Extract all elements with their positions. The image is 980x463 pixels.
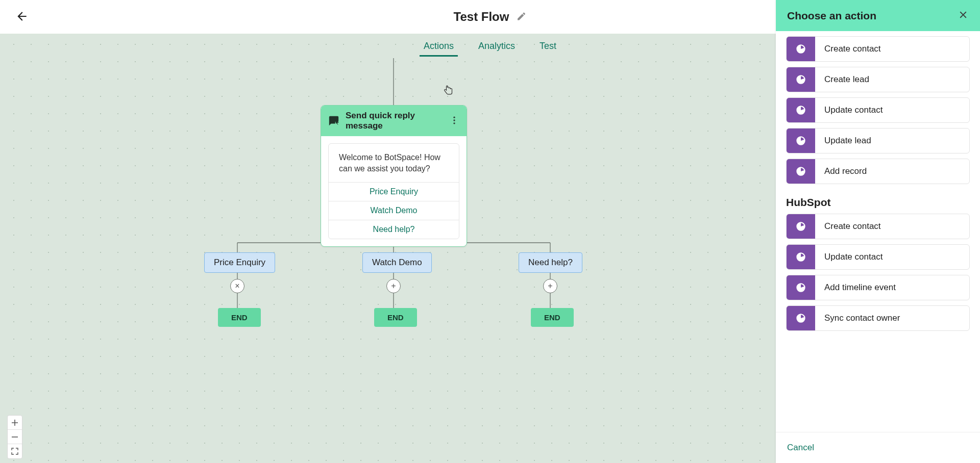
action-update-lead[interactable]: Update lead bbox=[786, 128, 970, 153]
preview-option-help[interactable]: Need help? bbox=[329, 220, 459, 239]
action-label: Create contact bbox=[815, 214, 969, 239]
zoom-out-button[interactable] bbox=[8, 430, 22, 444]
pencil-icon bbox=[516, 11, 526, 21]
action-update-contact[interactable]: Update contact bbox=[786, 97, 970, 123]
gauge-icon bbox=[794, 134, 807, 147]
action-hubspot-create-contact[interactable]: Create contact bbox=[786, 214, 970, 239]
gauge-icon bbox=[794, 281, 807, 294]
kebab-menu-icon bbox=[449, 115, 459, 125]
zoom-in-button[interactable] bbox=[8, 416, 22, 430]
node-title: Send quick reply message bbox=[346, 111, 443, 131]
quick-reply-icon bbox=[328, 115, 339, 126]
action-label: Create lead bbox=[815, 67, 969, 92]
tab-actions[interactable]: Actions bbox=[424, 41, 454, 56]
tab-test[interactable]: Test bbox=[540, 41, 556, 56]
gauge-icon bbox=[794, 165, 807, 178]
panel-scroll-area[interactable]: Create contact Create lead Update contac… bbox=[776, 31, 980, 432]
preview-option-demo[interactable]: Watch Demo bbox=[329, 201, 459, 220]
gauge-icon bbox=[794, 250, 807, 264]
branch-chip-demo[interactable]: Watch Demo bbox=[362, 252, 432, 273]
branch-add-button-demo[interactable]: + bbox=[386, 279, 401, 293]
panel-header: Choose an action bbox=[776, 0, 980, 31]
node-body: Welcome to BotSpace! How can we assist y… bbox=[321, 136, 467, 246]
arrow-left-icon bbox=[15, 10, 29, 23]
node-header: Send quick reply message bbox=[321, 106, 467, 136]
canvas-tabs: Actions Analytics Test bbox=[424, 41, 556, 56]
minus-icon bbox=[11, 433, 18, 441]
back-button[interactable] bbox=[12, 7, 32, 28]
action-label: Create contact bbox=[815, 37, 969, 61]
cancel-button[interactable]: Cancel bbox=[787, 443, 814, 452]
action-create-contact[interactable]: Create contact bbox=[786, 36, 970, 62]
preview-message-text: Welcome to BotSpace! How can we assist y… bbox=[329, 144, 459, 183]
gauge-icon bbox=[794, 73, 807, 86]
svg-point-12 bbox=[453, 116, 455, 118]
end-node-price[interactable]: END bbox=[218, 308, 261, 327]
branch-chip-help[interactable]: Need help? bbox=[519, 252, 582, 273]
close-icon bbox=[958, 9, 969, 20]
tab-analytics[interactable]: Analytics bbox=[478, 41, 515, 56]
gauge-icon bbox=[794, 220, 807, 233]
node-menu-button[interactable] bbox=[449, 115, 459, 127]
gauge-icon bbox=[794, 104, 807, 117]
action-picker-panel: Choose an action Create contact Create l… bbox=[776, 0, 980, 463]
action-create-lead[interactable]: Create lead bbox=[786, 67, 970, 92]
action-label: Update contact bbox=[815, 98, 969, 122]
zoom-fit-button[interactable] bbox=[8, 444, 22, 458]
panel-title: Choose an action bbox=[787, 10, 876, 22]
branch-add-button-help[interactable]: + bbox=[543, 279, 557, 293]
edit-title-button[interactable] bbox=[516, 11, 526, 23]
section-title-hubspot: HubSpot bbox=[786, 196, 970, 209]
end-node-demo[interactable]: END bbox=[374, 308, 417, 327]
action-label: Update contact bbox=[815, 245, 969, 269]
flow-node-quick-reply[interactable]: Send quick reply message Welcome to BotS… bbox=[321, 105, 467, 247]
svg-point-14 bbox=[453, 122, 455, 124]
branch-chip-price[interactable]: Price Enquiry bbox=[204, 252, 275, 273]
action-hubspot-sync-contact-owner[interactable]: Sync contact owner bbox=[786, 305, 970, 331]
preview-option-price[interactable]: Price Enquiry bbox=[329, 183, 459, 201]
branch-delete-button[interactable]: × bbox=[230, 279, 244, 293]
plus-icon bbox=[11, 419, 18, 426]
action-add-record[interactable]: Add record bbox=[786, 159, 970, 184]
panel-footer: Cancel bbox=[776, 432, 980, 463]
action-hubspot-add-timeline-event[interactable]: Add timeline event bbox=[786, 275, 970, 300]
panel-close-button[interactable] bbox=[958, 9, 969, 22]
gauge-icon bbox=[794, 312, 807, 325]
svg-point-13 bbox=[453, 119, 455, 121]
end-node-help[interactable]: END bbox=[531, 308, 574, 327]
zoom-controls bbox=[7, 415, 22, 459]
gauge-icon bbox=[794, 42, 807, 56]
action-label: Update lead bbox=[815, 128, 969, 153]
message-preview: Welcome to BotSpace! How can we assist y… bbox=[328, 143, 459, 239]
page-title: Test Flow bbox=[454, 10, 509, 24]
action-label: Add record bbox=[815, 159, 969, 184]
action-label: Sync contact owner bbox=[815, 306, 969, 330]
action-hubspot-update-contact[interactable]: Update contact bbox=[786, 244, 970, 270]
action-label: Add timeline event bbox=[815, 275, 969, 300]
cursor-hand-icon bbox=[444, 85, 453, 96]
fullscreen-icon bbox=[11, 448, 18, 455]
